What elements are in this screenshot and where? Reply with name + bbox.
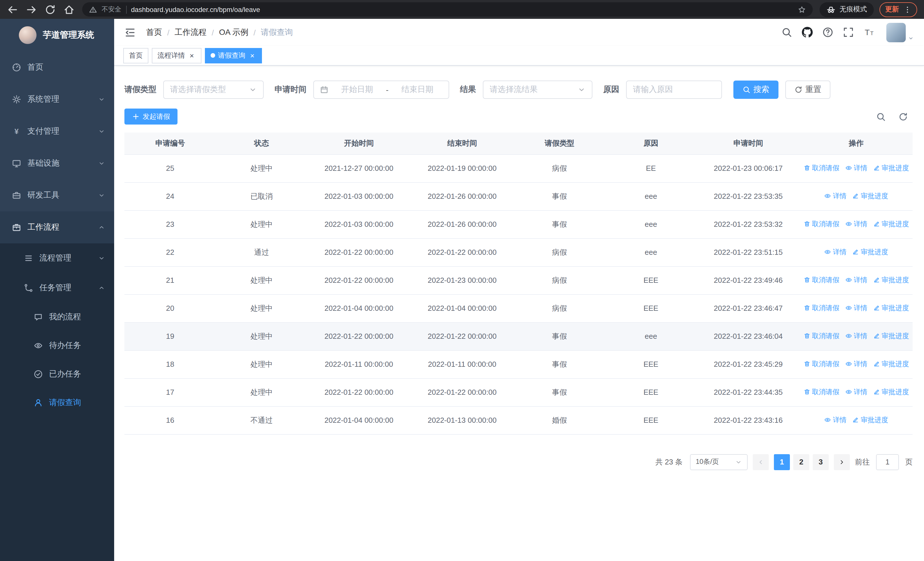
eye-icon xyxy=(824,193,831,200)
approval-progress-link[interactable]: 审批进度 xyxy=(873,331,909,341)
sidebar-item-done-tasks[interactable]: 已办任务 xyxy=(0,360,114,388)
sidebar-item-task-mgmt[interactable]: 任务管理 xyxy=(0,273,114,303)
user-menu[interactable] xyxy=(886,23,914,42)
browser-refresh-icon[interactable] xyxy=(45,4,56,15)
approval-progress-link[interactable]: 审批进度 xyxy=(873,387,909,397)
apply-time-range-input[interactable]: 开始日期 - 结束日期 xyxy=(314,81,449,99)
detail-link[interactable]: 详情 xyxy=(824,191,846,201)
cancel-leave-link[interactable]: 取消请假 xyxy=(803,220,839,229)
goto-page-input[interactable]: 1 xyxy=(876,454,899,470)
tab-leave-query[interactable]: 请假查询× xyxy=(205,48,262,63)
svg-text:¥: ¥ xyxy=(15,127,19,136)
detail-link[interactable]: 详情 xyxy=(845,359,867,369)
sidebar-item-home[interactable]: 首页 xyxy=(0,51,114,83)
detail-link[interactable]: 详情 xyxy=(824,247,846,257)
approval-progress-link[interactable]: 审批进度 xyxy=(873,163,909,173)
close-tab-icon[interactable]: × xyxy=(248,51,256,59)
user-avatar[interactable] xyxy=(886,23,906,42)
chevron-down-icon xyxy=(98,128,105,135)
help-icon[interactable] xyxy=(822,27,833,38)
approval-progress-link[interactable]: 审批进度 xyxy=(873,220,909,229)
op-label: 取消请假 xyxy=(812,220,839,229)
browser-forward-icon[interactable] xyxy=(26,4,37,15)
breadcrumb-item[interactable]: 工作流程 xyxy=(175,27,207,38)
cancel-leave-link[interactable]: 取消请假 xyxy=(803,275,839,285)
detail-link[interactable]: 详情 xyxy=(845,275,867,285)
app-logo[interactable]: 芋道管理系统 xyxy=(0,19,114,51)
chevron-left-icon xyxy=(758,459,764,465)
sidebar-item-payment[interactable]: ¥支付管理 xyxy=(0,116,114,147)
update-button[interactable]: 更新 xyxy=(879,2,917,17)
cancel-leave-link[interactable]: 取消请假 xyxy=(803,303,839,313)
result-select[interactable]: 请选择流结果 xyxy=(483,81,592,99)
url-bar[interactable]: 不安全 dashboard.yudao.iocoder.cn/bpm/oa/le… xyxy=(82,2,813,17)
browser-back-icon[interactable] xyxy=(7,4,18,15)
reset-button[interactable]: 重置 xyxy=(785,81,830,99)
create-leave-button[interactable]: 发起请假 xyxy=(124,108,177,125)
page-button-3[interactable]: 3 xyxy=(813,454,829,470)
sidebar-item-process-mgmt[interactable]: 流程管理 xyxy=(0,244,114,273)
font-size-icon[interactable]: TT xyxy=(864,27,874,38)
approval-progress-link[interactable]: 审批进度 xyxy=(873,359,909,369)
cell-operations: 取消请假详情审批进度 xyxy=(800,378,913,406)
search-icon[interactable] xyxy=(782,27,792,38)
cancel-leave-link[interactable]: 取消请假 xyxy=(803,163,839,173)
detail-link[interactable]: 详情 xyxy=(845,303,867,313)
chevron-down-icon xyxy=(98,96,105,103)
prev-page-button[interactable] xyxy=(753,454,769,470)
sidebar-item-my-process[interactable]: 我的流程 xyxy=(0,303,114,331)
approval-progress-link[interactable]: 审批进度 xyxy=(852,191,888,201)
leave-type-select[interactable]: 请选择请假类型 xyxy=(163,81,264,99)
sidebar-item-label: 支付管理 xyxy=(27,126,98,137)
cancel-leave-link[interactable]: 取消请假 xyxy=(803,387,839,397)
sidebar-item-dev-tools[interactable]: 研发工具 xyxy=(0,179,114,211)
browser-home-icon[interactable] xyxy=(63,4,75,15)
cell-operations: 取消请假详情审批进度 xyxy=(800,350,913,378)
sidebar-item-system[interactable]: 系统管理 xyxy=(0,83,114,116)
cell-operations: 取消请假详情审批进度 xyxy=(800,322,913,350)
approval-progress-link[interactable]: 审批进度 xyxy=(873,275,909,285)
page-button-1[interactable]: 1 xyxy=(774,454,790,470)
cell-applied: 2022-01-23 00:06:17 xyxy=(697,154,800,182)
edit-icon xyxy=(852,417,859,424)
collapse-sidebar-icon[interactable] xyxy=(124,27,136,38)
security-label[interactable]: 不安全 xyxy=(102,5,121,14)
sidebar-item-infra[interactable]: 基础设施 xyxy=(0,147,114,179)
approval-progress-link[interactable]: 审批进度 xyxy=(852,415,888,425)
fullscreen-icon[interactable] xyxy=(843,27,854,38)
detail-link[interactable]: 详情 xyxy=(845,331,867,341)
detail-link[interactable]: 详情 xyxy=(845,220,867,229)
refresh-table-icon[interactable] xyxy=(898,112,908,122)
next-page-button[interactable] xyxy=(834,454,850,470)
sidebar-item-leave-query[interactable]: 请假查询 xyxy=(0,388,114,417)
close-tab-icon[interactable]: × xyxy=(188,51,196,59)
detail-link[interactable]: 详情 xyxy=(845,163,867,173)
page-button-2[interactable]: 2 xyxy=(793,454,809,470)
page-size-select[interactable]: 10条/页 xyxy=(690,454,748,470)
tab-process-detail[interactable]: 流程详情× xyxy=(152,48,201,63)
cancel-leave-link[interactable]: 取消请假 xyxy=(803,331,839,341)
apply-time-label: 申请时间 xyxy=(274,84,306,95)
search-button[interactable]: 搜索 xyxy=(734,81,778,99)
search-button-label: 搜索 xyxy=(753,84,770,95)
breadcrumb-item[interactable]: OA 示例 xyxy=(219,27,249,38)
approval-progress-link[interactable]: 审批进度 xyxy=(852,247,888,257)
eye-icon xyxy=(845,361,852,368)
cell-start: 2022-01-04 00:00:00 xyxy=(308,294,411,322)
sidebar-item-workflow[interactable]: 工作流程 xyxy=(0,211,114,244)
github-icon[interactable] xyxy=(802,27,813,38)
detail-link[interactable]: 详情 xyxy=(845,387,867,397)
date-end-placeholder: 结束日期 xyxy=(393,84,442,95)
approval-progress-link[interactable]: 审批进度 xyxy=(873,303,909,313)
detail-link[interactable]: 详情 xyxy=(824,415,846,425)
browser-menu-icon[interactable] xyxy=(903,5,912,14)
tab-home[interactable]: 首页 xyxy=(123,48,148,63)
breadcrumb-item[interactable]: 首页 xyxy=(146,27,162,38)
sidebar-item-todo-tasks[interactable]: 待办任务 xyxy=(0,331,114,360)
reason-input[interactable]: 请输入原因 xyxy=(626,81,722,99)
toggle-search-icon[interactable] xyxy=(876,112,886,122)
cancel-leave-link[interactable]: 取消请假 xyxy=(803,359,839,369)
incognito-badge: 无痕模式 xyxy=(819,2,874,17)
bookmark-star-icon[interactable] xyxy=(798,5,806,14)
cell-applied: 2022-01-22 23:43:16 xyxy=(697,406,800,434)
